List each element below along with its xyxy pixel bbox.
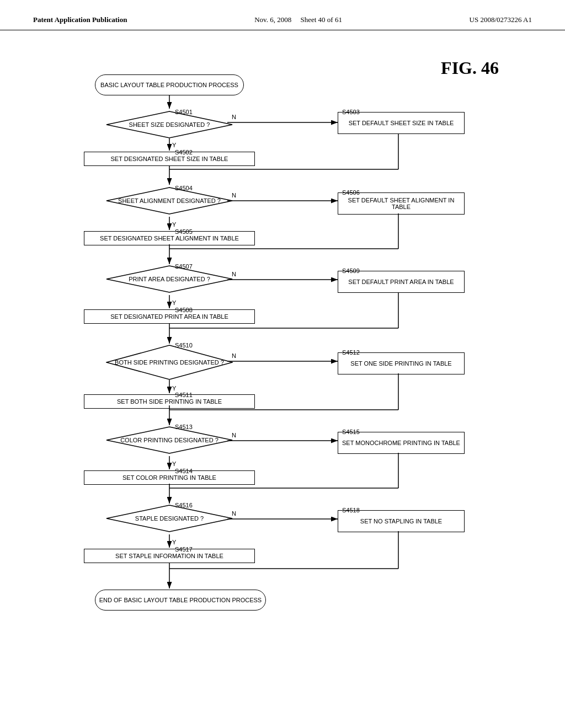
node-s4512: SET ONE SIDE PRINTING IN TABLE: [338, 352, 465, 374]
main-content: FIG. 46 Y N: [0, 30, 565, 687]
start-node: BASIC LAYOUT TABLE PRODUCTION PROCESS: [95, 74, 244, 95]
svg-text:Y: Y: [172, 461, 177, 467]
node-s4506: SET DEFAULT SHEET ALIGNMENT IN TABLE: [338, 192, 465, 215]
node-s4505: SET DESIGNATED SHEET ALIGNMENT IN TABLE: [84, 231, 255, 245]
node-s4511: SET BOTH SIDE PRINTING IN TABLE: [84, 394, 255, 409]
end-node: END OF BASIC LAYOUT TABLE PRODUCTION PRO…: [95, 590, 266, 611]
node-s4513: COLOR PRINTING DESIGNATED ?: [106, 426, 233, 454]
header-patent-num: US 2008/0273226 A1: [470, 15, 532, 24]
header-date-sheet: Nov. 6, 2008 Sheet 40 of 61: [254, 15, 342, 24]
node-s4510: BOTH SIDE PRINTING DESIGNATED ?: [106, 345, 233, 380]
svg-text:Y: Y: [172, 385, 177, 392]
node-s4517: SET STAPLE INFORMATION IN TABLE: [84, 549, 255, 563]
node-s4508: SET DESIGNATED PRINT AREA IN TABLE: [84, 309, 255, 324]
header-publication: Patent Application Publication: [33, 15, 127, 24]
page-header: Patent Application Publication Nov. 6, 2…: [0, 0, 565, 30]
node-s4515: SET MONOCHROME PRINTING IN TABLE: [338, 432, 465, 454]
node-s4509: SET DEFAULT PRINT AREA IN TABLE: [338, 271, 465, 293]
node-s4504: SHEET ALIGNMENT DESIGNATED ?: [106, 187, 233, 215]
node-s4518: SET NO STAPLING IN TABLE: [338, 510, 465, 532]
node-s4503: SET DEFAULT SHEET SIZE IN TABLE: [338, 112, 465, 134]
svg-text:Y: Y: [172, 221, 177, 228]
node-s4507: PRINT AREA DESIGNATED ?: [106, 265, 233, 293]
svg-text:Y: Y: [172, 539, 177, 545]
flowchart: Y N Y N Y N: [73, 63, 492, 670]
node-s4514: SET COLOR PRINTING IN TABLE: [84, 470, 255, 485]
svg-text:Y: Y: [172, 142, 177, 148]
node-s4516: STAPLE DESIGNATED ?: [106, 505, 233, 532]
node-s4502: SET DESIGNATED SHEET SIZE IN TABLE: [84, 152, 255, 166]
svg-text:Y: Y: [172, 299, 177, 306]
node-s4501: SHEET SIZE DESIGNATED ?: [106, 111, 233, 138]
